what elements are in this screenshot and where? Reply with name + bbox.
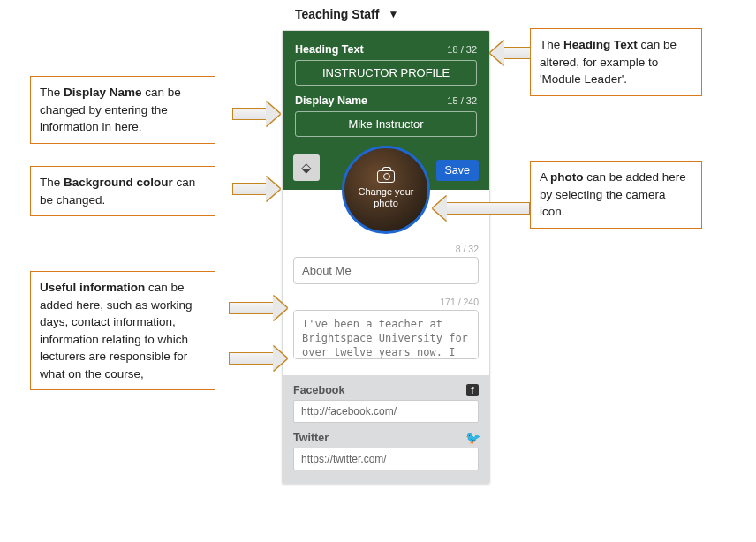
about-section: 8 / 32 171 / 240: [283, 238, 489, 375]
annotation-useful-info: Useful information can be added here, su…: [30, 271, 215, 390]
arrow-icon: [232, 177, 280, 201]
arrow-icon: [229, 296, 287, 320]
twitter-label: Twitter: [293, 432, 329, 444]
heading-text-label: Heading Text: [295, 43, 364, 56]
annotation-background-colour: The Background colour can be changed.: [30, 166, 215, 216]
arrow-icon: [232, 102, 280, 126]
profile-editor-panel: Heading Text 18 / 32 Display Name 15 / 3…: [282, 30, 490, 484]
avatar-text-2: photo: [374, 198, 398, 209]
teaching-staff-dropdown[interactable]: Teaching Staff ▼: [295, 7, 398, 21]
facebook-label: Facebook: [293, 384, 344, 396]
about-title-input[interactable]: [293, 257, 479, 284]
background-color-button[interactable]: ⬙: [293, 154, 320, 181]
paint-bucket-icon: ⬙: [301, 160, 312, 176]
dropdown-label: Teaching Staff: [295, 7, 379, 21]
facebook-input[interactable]: [293, 400, 479, 423]
arrow-icon: [433, 196, 530, 221]
about-bio-textarea[interactable]: [293, 310, 479, 359]
about-title-count: 8 / 32: [293, 244, 479, 254]
heading-text-count: 18 / 32: [447, 44, 477, 55]
camera-icon: [377, 170, 395, 183]
avatar-text-1: Change your: [359, 186, 414, 198]
twitter-input[interactable]: [293, 448, 479, 470]
arrow-icon: [229, 346, 287, 371]
display-name-input[interactable]: [295, 111, 477, 137]
display-name-count: 15 / 32: [447, 95, 477, 106]
annotation-display-name: The Display Name can be changed by enter…: [30, 76, 215, 144]
save-button[interactable]: Save: [436, 160, 480, 181]
about-bio-count: 171 / 240: [293, 297, 479, 307]
change-photo-button[interactable]: Change your photo: [342, 146, 430, 234]
social-section: Facebook f Twitter 🐦: [283, 375, 489, 483]
arrow-icon: [490, 41, 531, 65]
annotation-photo: A photo can be added here by selecting t…: [530, 161, 702, 229]
chevron-down-icon: ▼: [388, 8, 398, 20]
annotation-heading-text: The Heading Text can be altered, for exa…: [530, 28, 702, 96]
display-name-label: Display Name: [295, 94, 367, 107]
facebook-icon: f: [466, 384, 479, 396]
heading-text-input[interactable]: [295, 60, 477, 86]
twitter-icon: 🐦: [466, 432, 479, 444]
